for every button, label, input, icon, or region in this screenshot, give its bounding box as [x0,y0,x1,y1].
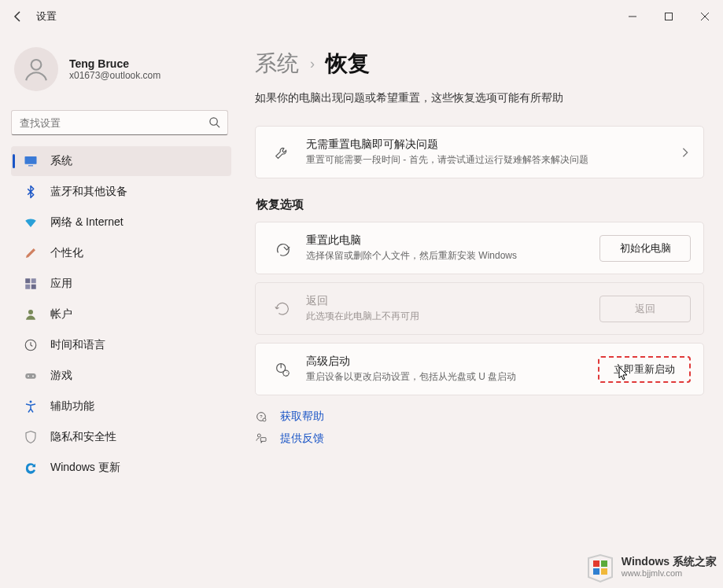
search-input[interactable] [11,110,228,135]
breadcrumb-current: 恢复 [326,49,370,79]
svg-rect-24 [260,438,266,442]
history-icon [268,300,297,318]
update-icon [22,459,39,476]
card-title: 无需重置电脑即可解决问题 [306,138,670,152]
card-subtitle: 重置可能需要一段时间 - 首先，请尝试通过运行疑难解答来解决问题 [306,153,670,167]
svg-point-15 [32,375,34,377]
svg-rect-27 [593,568,599,575]
minimize-button[interactable] [614,0,651,33]
nav-label: 时间和语言 [50,338,105,352]
help-links: ? 获取帮助 提供反馈 [255,410,704,446]
nav-label: 蓝牙和其他设备 [50,185,127,199]
svg-line-4 [216,124,219,127]
link-label: 提供反馈 [280,432,324,446]
nav-label: 应用 [50,277,72,291]
nav-item-accessibility[interactable]: 辅助功能 [11,391,231,421]
close-icon [700,12,710,21]
svg-rect-28 [601,568,607,575]
nav-item-accounts[interactable]: 帐户 [11,300,231,329]
app-title: 设置 [36,9,57,24]
nav-item-network[interactable]: 网络 & Internet [11,208,231,237]
minimize-icon [628,12,637,21]
back-button[interactable] [0,0,36,33]
card-title: 重置此电脑 [306,233,590,248]
close-button[interactable] [687,0,723,33]
account-name: Teng Bruce [69,57,160,70]
go-back-card: 返回 此选项在此电脑上不再可用 返回 [255,282,704,335]
svg-rect-26 [601,560,607,567]
svg-rect-6 [28,165,33,166]
svg-rect-7 [25,278,30,283]
svg-rect-1 [666,13,673,20]
nav-label: 网络 & Internet [50,215,124,230]
nav-list: 系统 蓝牙和其他设备 网络 & Internet 个性化 [11,146,231,483]
svg-point-23 [257,434,260,437]
watermark-url: www.bjjmlv.com [622,568,717,578]
recovery-section-title: 恢复选项 [256,197,704,212]
apps-icon [22,275,39,292]
account-email: x01673@outlook.com [69,70,160,81]
maximize-icon [664,12,673,21]
card-subtitle: 此选项在此电脑上不再可用 [306,310,590,323]
main-content: 系统 › 恢复 如果你的电脑出现问题或希望重置，这些恢复选项可能有所帮助 无需重… [236,33,723,588]
maximize-button[interactable] [651,0,687,33]
search-icon [208,116,220,128]
get-help-link[interactable]: ? 获取帮助 [255,410,704,424]
nav-item-time-language[interactable]: 时间和语言 [11,330,231,360]
feedback-icon [255,432,269,445]
nav-item-privacy[interactable]: 隐私和安全性 [11,422,231,452]
nav-label: Windows 更新 [50,461,120,475]
breadcrumb-parent[interactable]: 系统 [255,49,299,79]
nav-item-gaming[interactable]: 游戏 [11,361,231,391]
power-gear-icon [268,361,297,378]
go-back-button: 返回 [599,296,691,322]
troubleshoot-card[interactable]: 无需重置电脑即可解决问题 重置可能需要一段时间 - 首先，请尝试通过运行疑难解答… [255,126,704,178]
display-icon [22,153,39,170]
person-icon [23,56,50,83]
brush-icon [22,244,39,262]
nav-item-personalization[interactable]: 个性化 [11,238,231,268]
svg-rect-13 [25,373,36,379]
accessibility-icon [22,398,39,415]
page-intro: 如果你的电脑出现问题或希望重置，这些恢复选项可能有所帮助 [255,91,704,105]
feedback-link[interactable]: 提供反馈 [255,432,704,446]
nav-label: 游戏 [50,369,72,383]
nav-item-update[interactable]: Windows 更新 [11,453,231,483]
gamepad-icon [22,367,39,384]
chevron-right-icon: › [310,56,315,72]
svg-rect-5 [25,156,37,164]
watermark: Windows 系统之家 www.bjjmlv.com [584,550,717,583]
breadcrumb: 系统 › 恢复 [255,49,704,79]
watermark-brand: Windows 系统之家 [622,556,717,568]
card-subtitle: 重启设备以更改启动设置，包括从光盘或 U 盘启动 [306,370,588,384]
chevron-right-icon [680,147,691,158]
nav-item-apps[interactable]: 应用 [11,269,231,299]
svg-text:?: ? [260,414,263,419]
svg-point-3 [210,118,217,125]
card-title: 返回 [306,294,590,308]
nav-item-bluetooth[interactable]: 蓝牙和其他设备 [11,177,231,207]
nav-label: 辅助功能 [50,399,94,413]
link-label: 获取帮助 [280,410,324,424]
account-block[interactable]: Teng Bruce x01673@outlook.com [11,33,231,108]
windows-logo-icon [584,550,617,583]
nav-label: 隐私和安全性 [50,430,116,444]
svg-rect-9 [25,285,30,289]
card-title: 高级启动 [306,355,588,369]
nav-label: 帐户 [50,307,72,322]
nav-item-system[interactable]: 系统 [11,146,231,176]
reset-pc-card: 重置此电脑 选择保留或删除个人文件，然后重新安装 Windows 初始化电脑 [255,222,704,274]
arrow-left-icon [12,10,24,23]
svg-point-2 [31,60,42,70]
nav-label: 个性化 [50,246,83,260]
restart-now-button[interactable]: 立即重新启动 [598,356,691,383]
clock-lang-icon [22,336,39,354]
reset-icon [268,240,297,257]
avatar [14,47,58,91]
reset-pc-button[interactable]: 初始化电脑 [599,235,691,262]
svg-point-16 [30,401,32,403]
svg-point-14 [28,375,29,377]
sidebar: Teng Bruce x01673@outlook.com 系统 蓝牙和其他 [0,33,236,588]
wifi-icon [22,214,39,231]
svg-point-19 [283,369,289,375]
